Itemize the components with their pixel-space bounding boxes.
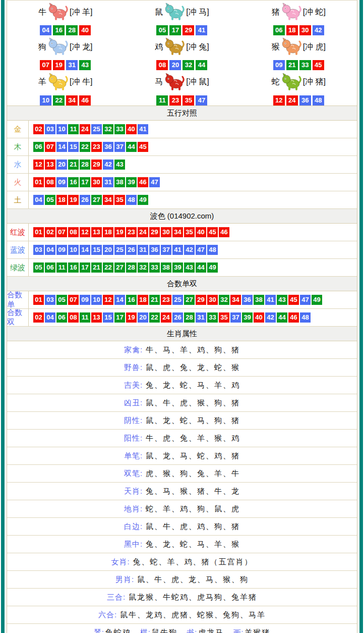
four-arts-pair-画: 画:羊猴猪 [233,628,270,633]
number-ball-03: 03 [45,295,55,305]
number-ball-34: 34 [230,295,241,305]
number-ball-38: 38 [254,295,264,305]
right-border-bar [359,0,363,633]
number-ball-15: 15 [91,245,102,255]
number-ball-11: 11 [156,95,168,106]
number-ball-18: 18 [138,295,148,305]
number-ball-37: 37 [114,142,125,152]
number-ball-11: 11 [80,312,90,323]
number-ball-27: 27 [184,295,195,305]
attribute-value: 鼠、龙、马、蛇、鸡、猪 [146,451,240,461]
number-ball-24: 24 [138,227,148,237]
number-ball-37: 37 [230,312,241,323]
number-ball-45: 45 [288,295,299,305]
four-arts-label: 棋: [140,628,151,633]
number-ball-03: 03 [45,124,55,134]
number-ball-46: 46 [138,177,148,187]
number-ball-22: 22 [53,95,65,106]
number-ball-34: 34 [172,227,183,237]
zodiac-number-list: 11233547 [156,95,207,106]
four-arts-pair-琴: 琴:兔蛇鸡 [94,628,131,633]
number-ball-42: 42 [184,245,195,255]
zodiac-cell-狗: 狗[冲 龙]07193143 [7,35,124,70]
number-list: 0103050709101214161821232527293032343638… [29,291,322,308]
four-arts-value: 兔蛇鸡 [105,628,131,633]
attribute-value: 鼠、龙、蛇、马、狗、猪 [146,416,240,426]
number-ball-07: 07 [40,60,51,70]
number-ball-06: 06 [56,312,67,323]
number-ball-35: 35 [183,95,194,106]
four-arts-row: 琴:兔蛇鸡棋:鼠牛狗书:虎龙马画:羊猴猪 [7,624,357,633]
four-arts-pair-棋: 棋:鼠牛狗 [140,628,177,633]
number-ball-46: 46 [79,95,91,106]
row-label: 金 [7,121,29,138]
number-row-木: 木06071415222336374445 [7,138,357,156]
number-ball-48: 48 [313,95,324,106]
number-ball-24: 24 [80,124,90,134]
attribute-label: 黑中: [124,540,143,549]
zodiac-number-list: 05172941 [156,25,207,35]
attribute-row-六合: 六合:鼠牛、龙鸡、虎猪、蛇猴、兔狗、马羊 [7,606,357,624]
number-list: 0204060811131517192022242628313335373940… [29,309,311,326]
number-ball-36: 36 [103,142,113,152]
row-label: 木 [7,138,29,155]
number-ball-01: 01 [33,177,44,187]
number-ball-28: 28 [66,25,78,35]
number-ball-12: 12 [33,160,44,170]
attribute-label: 女肖: [111,557,130,567]
number-ball-31: 31 [196,312,206,323]
zodiac-number-list: 12243648 [273,95,324,106]
number-row-合数双: 合数双0204060811131517192022242628313335373… [7,309,357,327]
number-ball-02: 02 [33,124,44,134]
number-ball-04: 04 [45,312,55,323]
attribute-label: 家禽: [124,345,143,355]
four-arts-value: 羊猴猪 [245,628,270,633]
number-ball-38: 38 [161,262,171,273]
number-ball-45: 45 [138,142,148,152]
zodiac-cell-鼠: 鼠[冲 马]05172941 [124,1,240,35]
number-ball-48: 48 [126,195,137,205]
number-ball-33: 33 [149,262,160,273]
attribute-label: 野兽: [124,363,143,373]
zodiac-number-list: 06183042 [273,25,324,35]
zodiac-attribute-rows: 家禽:牛、马、羊、鸡、狗、猪野兽:鼠、虎、兔、龙、蛇、猴吉美:兔、龙、蛇、马、羊… [7,341,357,624]
number-list: 05061116172122272832333839434449 [29,259,218,276]
attribute-label: 六合: [98,610,117,620]
number-ball-14: 14 [80,245,90,255]
number-ball-18: 18 [56,195,67,205]
attribute-label: 双笔: [124,469,143,479]
number-ball-46: 46 [219,227,229,237]
zodiac-clash-label: [冲 马] [186,7,209,18]
number-ball-33: 33 [207,312,218,323]
number-ball-49: 49 [138,195,148,205]
zodiac-cell-蛇: 蛇[冲 猪]12243648 [240,71,357,106]
number-list: 04051819262734354849 [29,191,148,208]
number-ball-12: 12 [103,295,113,305]
number-ball-43: 43 [114,160,125,170]
five-elements-rows: 金02031011242532334041木060714152223363744… [7,121,357,209]
attribute-row-吉美: 吉美:兔、龙、蛇、马、羊、鸡 [7,377,357,394]
number-ball-31: 31 [103,177,113,187]
number-ball-40: 40 [196,227,206,237]
row-label: 绿波 [7,259,29,276]
number-ball-07: 07 [45,142,55,152]
number-ball-17: 17 [114,312,125,323]
number-ball-21: 21 [286,60,298,70]
number-row-红波: 红波0102070812131819232429303435404546 [7,224,357,241]
four-arts-value: 鼠牛狗 [152,628,177,633]
attribute-label: 凶丑: [124,398,143,408]
number-ball-40: 40 [254,312,264,323]
number-ball-29: 29 [196,295,206,305]
number-ball-06: 06 [45,262,55,273]
number-ball-40: 40 [126,124,137,134]
number-ball-48: 48 [207,245,218,255]
goat-image [47,71,69,94]
four-arts-value: 虎龙马 [198,628,224,633]
zodiac-grid: 牛[冲 羊]04162840鼠[冲 马]05172941猪[冲 蛇]061830… [7,1,357,106]
number-ball-22: 22 [80,142,90,152]
attribute-row-三合: 三合:鼠龙猴、牛蛇鸡、虎马狗、兔羊猪 [7,589,357,606]
number-ball-08: 08 [45,177,55,187]
number-ball-25: 25 [114,245,125,255]
number-ball-09: 09 [56,177,67,187]
number-ball-08: 08 [156,60,168,70]
